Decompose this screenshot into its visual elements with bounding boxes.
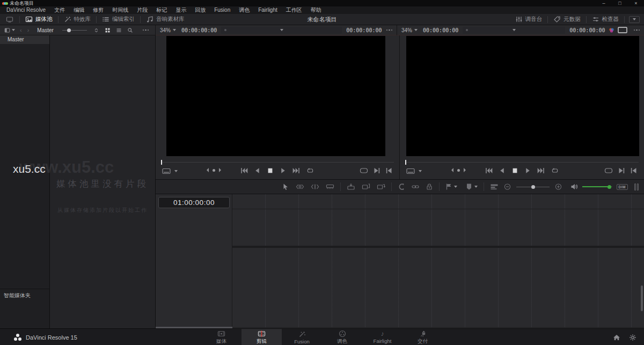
dynamic-trim-mode-button[interactable] xyxy=(311,183,319,190)
trim-edit-mode-button[interactable] xyxy=(296,183,304,190)
monitor-volume-slider[interactable] xyxy=(582,186,612,187)
color-viewer-icon[interactable] xyxy=(609,27,614,33)
timeline-panel[interactable]: 01:00:00:00 xyxy=(156,194,644,328)
playhead[interactable] xyxy=(161,160,162,165)
menu-item[interactable]: 修剪 xyxy=(89,6,108,14)
source-clip-dropdown[interactable] xyxy=(221,27,342,34)
collapse-panels-button[interactable] xyxy=(629,16,640,23)
go-to-in-button[interactable] xyxy=(630,167,638,174)
menu-item[interactable]: 工作区 xyxy=(282,6,306,14)
bin-view-button[interactable] xyxy=(2,27,17,33)
link-clips-button[interactable] xyxy=(412,183,419,190)
menu-item[interactable]: 回放 xyxy=(191,6,210,14)
timeline-options-icon[interactable] xyxy=(634,30,640,31)
first-frame-button[interactable] xyxy=(485,167,493,174)
menu-item[interactable]: Fusion xyxy=(210,6,235,14)
snapping-button[interactable] xyxy=(398,183,405,190)
marker-button[interactable] xyxy=(466,183,472,190)
jog-dot-icon[interactable] xyxy=(213,169,215,172)
menu-item[interactable]: 显示 xyxy=(171,6,191,14)
mixer-button[interactable]: 调音台 xyxy=(510,14,548,25)
search-icon[interactable] xyxy=(127,27,133,33)
forward-button[interactable]: › xyxy=(25,27,32,33)
source-view-mode-button[interactable] xyxy=(162,168,178,174)
last-frame-button[interactable] xyxy=(537,167,545,174)
last-frame-button[interactable] xyxy=(292,167,300,174)
source-zoom-select[interactable]: 34% xyxy=(160,27,171,33)
tab-media[interactable]: 媒体 xyxy=(201,329,241,345)
timeline-zoom-select[interactable]: 34% xyxy=(401,27,412,33)
selection-mode-button[interactable] xyxy=(282,183,289,190)
play-button[interactable] xyxy=(280,167,287,174)
tab-edit[interactable]: 剪辑 xyxy=(241,329,282,345)
tab-fairlight[interactable]: ♪ Fairlight xyxy=(362,329,402,345)
timeline-playhead-timecode[interactable]: 01:00:00:00 xyxy=(158,197,230,208)
replace-clip-button[interactable] xyxy=(377,183,385,190)
play-reverse-button[interactable] xyxy=(254,167,261,174)
slider-knob[interactable] xyxy=(531,185,535,189)
menu-item[interactable]: 时间线 xyxy=(108,6,133,14)
chevron-down-icon[interactable] xyxy=(454,186,457,188)
bin-item-master[interactable]: Master xyxy=(0,35,49,44)
inspector-button[interactable]: 检查器 xyxy=(587,14,625,25)
menu-item[interactable]: 片段 xyxy=(133,6,152,14)
media-pool-panel[interactable]: 媒体池里没有片段 从媒体存储添加片段以开始工作 xyxy=(50,35,156,328)
loop-button[interactable] xyxy=(306,167,314,174)
speaker-icon[interactable] xyxy=(570,183,578,190)
position-lock-button[interactable] xyxy=(426,183,433,190)
jog-right-icon[interactable] xyxy=(219,168,221,172)
smart-bins-section[interactable]: 智能媒体夹 xyxy=(0,289,49,299)
play-to-out-button[interactable] xyxy=(373,167,380,174)
chevron-down-icon[interactable] xyxy=(474,186,478,188)
timeline-view-options-button[interactable] xyxy=(490,183,499,190)
timeline-select-dropdown[interactable] xyxy=(463,27,565,34)
dim-audio-button[interactable]: DIM xyxy=(617,184,628,190)
back-button[interactable]: ‹ xyxy=(17,27,25,33)
slider-knob[interactable] xyxy=(67,28,71,32)
thumbnail-size-slider[interactable] xyxy=(62,30,87,31)
timeline-jog-control[interactable] xyxy=(451,168,466,172)
menu-item[interactable]: 文件 xyxy=(50,6,69,14)
timeline-video-canvas[interactable] xyxy=(406,36,639,156)
mixer-toggle-icon[interactable] xyxy=(634,183,639,190)
jog-left-icon[interactable] xyxy=(451,168,453,172)
options-menu-icon[interactable] xyxy=(143,30,149,31)
source-video-canvas[interactable] xyxy=(166,36,385,156)
list-view-icon[interactable] xyxy=(116,27,122,33)
zoom-in-button[interactable] xyxy=(555,183,562,190)
stop-button[interactable] xyxy=(511,167,518,174)
slider-knob[interactable] xyxy=(608,185,611,189)
play-reverse-button[interactable] xyxy=(499,167,506,174)
insert-clip-button[interactable] xyxy=(347,183,355,190)
project-settings-gear-button[interactable] xyxy=(629,334,636,341)
media-pool-button[interactable]: 媒体池 xyxy=(20,14,58,25)
edit-index-button[interactable]: 编辑索引 xyxy=(97,14,140,25)
loop-range-button[interactable] xyxy=(604,167,613,174)
tab-fusion[interactable]: Fusion xyxy=(282,329,322,345)
maximize-button[interactable]: □ xyxy=(612,1,628,6)
source-scrubber[interactable] xyxy=(161,162,394,163)
fullscreen-monitor-icon[interactable] xyxy=(618,27,627,33)
loop-range-button[interactable] xyxy=(360,167,368,174)
play-to-out-button[interactable] xyxy=(618,167,625,174)
blade-edit-mode-button[interactable] xyxy=(326,183,334,190)
source-jog-control[interactable] xyxy=(207,168,221,172)
menu-item[interactable]: 编辑 xyxy=(69,6,89,14)
stop-button[interactable] xyxy=(267,167,274,174)
first-frame-button[interactable] xyxy=(240,167,248,174)
menu-item[interactable]: 调色 xyxy=(235,6,254,14)
source-options-icon[interactable] xyxy=(386,30,393,31)
menu-item[interactable]: 标记 xyxy=(152,6,171,14)
sound-library-button[interactable]: 音响素材库 xyxy=(141,14,190,25)
play-button[interactable] xyxy=(524,167,531,174)
jog-dot-icon[interactable] xyxy=(457,169,460,172)
menu-item[interactable]: DaVinci Resolve xyxy=(2,6,50,14)
playhead[interactable] xyxy=(405,160,406,165)
effects-library-button[interactable]: 特效库 xyxy=(58,14,97,25)
thumbnail-view-icon[interactable] xyxy=(105,27,111,33)
timeline-scrubber[interactable] xyxy=(405,162,639,163)
minimize-button[interactable]: – xyxy=(596,1,612,6)
menu-item[interactable]: 帮助 xyxy=(306,6,326,14)
timeline-vertical-scrollbar[interactable] xyxy=(641,285,643,311)
overwrite-clip-button[interactable] xyxy=(362,183,370,190)
